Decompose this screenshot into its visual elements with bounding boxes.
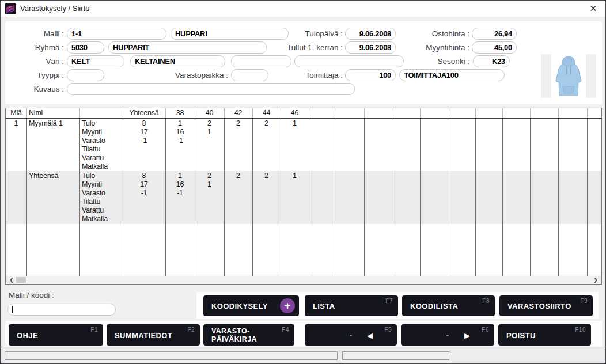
table-header: Mlä Nimi Yhteensä 38 40 42 44 46 <box>6 108 601 119</box>
cell <box>252 215 281 223</box>
cell <box>252 145 281 154</box>
vari-extra2-field[interactable] <box>294 55 404 67</box>
fkey-label: F4 <box>282 327 289 333</box>
cell <box>224 128 252 136</box>
ryhma-name-field[interactable] <box>108 41 267 54</box>
tullut-field[interactable] <box>345 41 396 54</box>
koodikysely-button[interactable]: KOODIKYSELY + <box>203 295 299 316</box>
ostohinta-field[interactable] <box>472 28 517 40</box>
column-gridline <box>336 108 336 118</box>
table-subrow: Tilattu <box>6 145 601 154</box>
cell <box>165 154 195 162</box>
column-gridline <box>587 108 588 118</box>
cell <box>252 162 281 171</box>
fkey-label: F6 <box>482 327 489 333</box>
cell <box>224 180 252 189</box>
column-gridline <box>558 108 559 118</box>
cell <box>195 189 224 198</box>
column-gridline <box>530 108 531 118</box>
vari-label: Väri : <box>12 55 64 68</box>
cell <box>165 198 195 206</box>
table-body: 1 Myymälä 1 Tulo812221 Myynti17161 Varas… <box>6 119 601 276</box>
column-gridline <box>309 108 309 118</box>
column-gridline <box>79 108 80 118</box>
toimittaja-code-field[interactable] <box>345 69 396 81</box>
row-type-label: Tilattu <box>82 198 100 206</box>
column-gridline <box>502 108 503 118</box>
ryhma-code-field[interactable] <box>67 41 104 54</box>
cell <box>195 145 224 154</box>
cell: 2 <box>195 119 224 128</box>
table-subrow: Myynti17161 <box>6 128 601 136</box>
ohje-button[interactable]: OHJE F1 <box>9 324 103 346</box>
close-icon[interactable]: ✕ <box>586 1 601 17</box>
column-gridline <box>448 108 448 118</box>
row-type-label: Varattu <box>82 206 104 215</box>
arrow-right-icon: ▶ <box>464 331 470 339</box>
cell <box>123 145 165 154</box>
arrow-left-icon: ◀ <box>367 331 373 339</box>
summatiedot-button[interactable]: SUMMATIEDOT F2 <box>107 324 200 346</box>
fkey-label: F7 <box>385 298 393 304</box>
malli-label: Malli : <box>12 28 64 40</box>
previous-button[interactable]: - ◀ F5 <box>305 324 397 346</box>
cell: 2 <box>252 119 281 128</box>
table-subrow: Tilattu <box>6 198 601 206</box>
stock-table: Mlä Nimi Yhteensä 38 40 42 44 46 1 Myymä… <box>5 108 602 285</box>
varastopaikka-field[interactable] <box>231 69 268 81</box>
app-window: Varastokysely / Siirto ✕ Malli : Tulopäi… <box>0 0 606 364</box>
row-type-label: Matkalla <box>82 215 108 223</box>
scroll-right-icon[interactable]: ❯ <box>591 276 600 283</box>
column-gridline <box>475 108 476 118</box>
kuvaus-field[interactable] <box>67 83 355 95</box>
cell: 17 <box>123 180 165 189</box>
cell <box>195 206 224 215</box>
sesonki-field[interactable] <box>473 55 510 67</box>
vari-code-field[interactable] <box>67 55 124 67</box>
fkey-label: F10 <box>575 327 586 333</box>
cell <box>195 136 224 145</box>
cell <box>281 198 309 206</box>
ryhma-label: Ryhmä : <box>12 41 64 54</box>
cell <box>281 136 309 145</box>
tyyppi-field[interactable] <box>67 69 104 81</box>
malli-koodi-label: Malli / koodi : <box>9 291 54 299</box>
next-button[interactable]: - ▶ F6 <box>401 324 494 346</box>
tulopaiva-field[interactable] <box>345 28 396 40</box>
product-image <box>540 52 597 100</box>
horizontal-scrollbar[interactable]: ❮ ❯ <box>6 276 601 284</box>
poistu-button[interactable]: POISTU F10 <box>498 324 591 346</box>
varastopaivakirja-button[interactable]: VARASTO-PÄIVÄKIRJA F4 <box>203 324 294 346</box>
column-gridline <box>26 108 27 118</box>
cell <box>123 162 165 171</box>
koodilista-button[interactable]: KOODILISTA F8 <box>402 295 495 316</box>
toimittaja-name-field[interactable] <box>399 69 505 81</box>
table-subrow: Varasto-1-1 <box>6 189 601 198</box>
row-type-label: Matkalla <box>82 162 108 171</box>
table-subrow: Varattu <box>6 206 601 215</box>
cell: 16 <box>165 128 195 136</box>
hscroll-thumb[interactable] <box>16 277 26 283</box>
malli-koodi-input[interactable] <box>7 304 116 316</box>
malli-code-field[interactable] <box>67 28 166 40</box>
lista-button[interactable]: LISTA F7 <box>305 295 398 316</box>
tyyppi-label: Tyyppi : <box>12 69 64 82</box>
scroll-left-icon[interactable]: ❮ <box>7 276 16 283</box>
row-type-label: Tulo <box>82 172 95 180</box>
varastosiirto-button[interactable]: VARASTOSIIRTO F9 <box>499 295 593 316</box>
vari-extra1-field[interactable] <box>231 55 291 67</box>
myyntihinta-label: Myyntihinta : <box>406 41 469 54</box>
summary-group-row[interactable]: Yhteensä Tulo812221 Myynti17161 Varasto-… <box>6 172 601 223</box>
cell <box>281 215 309 223</box>
status-bar <box>1 347 605 363</box>
vari-name-field[interactable] <box>130 55 225 67</box>
fkey-label: F1 <box>90 327 98 333</box>
text-cursor <box>12 306 13 313</box>
cell <box>123 206 165 215</box>
store-group-row[interactable]: 1 Myymälä 1 Tulo812221 Myynti17161 Varas… <box>6 119 601 171</box>
cell: -1 <box>123 136 165 145</box>
myyntihinta-field[interactable] <box>472 41 517 54</box>
column-gridline <box>392 108 392 118</box>
cell: 2 <box>195 172 224 180</box>
kuvaus-label: Kuvaus : <box>12 83 64 96</box>
